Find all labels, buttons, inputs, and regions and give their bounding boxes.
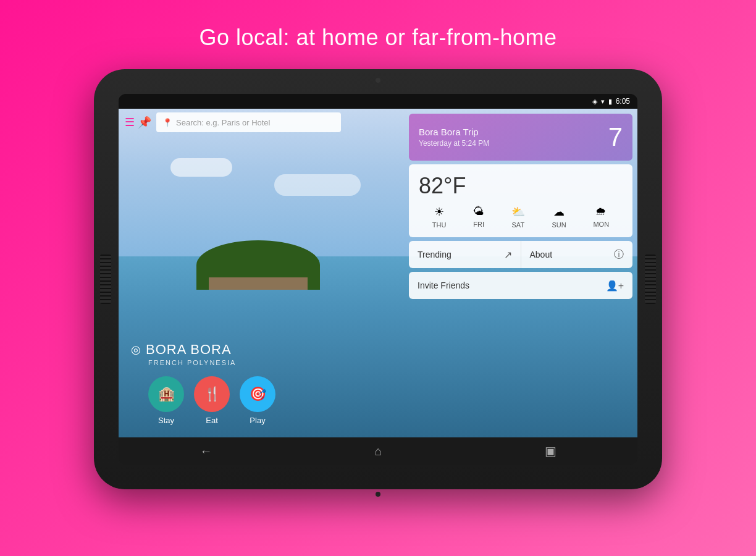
- eat-label: Eat: [206, 416, 218, 425]
- weather-days-row: ☀ THU 🌤 FRI ⛅ SAT ☁ SUN: [419, 205, 623, 229]
- trip-card[interactable]: Bora Bora Trip Yesterday at 5:24 PM 7: [409, 114, 632, 161]
- location-city: BORA BORA: [146, 342, 232, 358]
- left-panel: ☰ 📌 📍 Search: e.g. Paris or Hotel ◎ BORA…: [119, 109, 347, 437]
- battery-status-icon: ▮: [608, 98, 612, 106]
- sun-label: SUN: [552, 221, 566, 229]
- sat-label: SAT: [512, 221, 525, 229]
- trip-time: Yesterday at 5:24 PM: [419, 139, 489, 148]
- tablet-device: ◈ ▾ ▮ 6:05 ☰ 📌 📍 Se: [94, 69, 662, 489]
- weather-day-sun: ☁ SUN: [552, 205, 566, 229]
- location-info: ◎ BORA BORA FRENCH POLYNESIA 🏨 Stay 🍴 Ea…: [119, 136, 347, 437]
- menu-icon[interactable]: ☰ 📌: [125, 116, 151, 129]
- stay-action-button[interactable]: 🏨 Stay: [148, 376, 184, 425]
- fri-weather-icon: 🌤: [473, 205, 484, 218]
- thu-weather-icon: ☀: [434, 205, 444, 219]
- trip-info: Bora Bora Trip Yesterday at 5:24 PM: [419, 127, 489, 148]
- speaker-left: [100, 255, 111, 304]
- status-time: 6:05: [616, 97, 630, 106]
- tablet-bottom-indicator: [376, 492, 380, 497]
- fri-label: FRI: [473, 221, 484, 228]
- thu-label: THU: [432, 221, 447, 229]
- top-bar: ☰ 📌 📍 Search: e.g. Paris or Hotel: [119, 109, 347, 136]
- search-bar[interactable]: 📍 Search: e.g. Paris or Hotel: [156, 112, 341, 132]
- trending-label: Trending: [418, 250, 452, 259]
- weather-day-mon: 🌧 MON: [593, 205, 609, 229]
- page-headline: Go local: at home or far-from-home: [199, 25, 556, 51]
- eat-action-button[interactable]: 🍴 Eat: [194, 376, 230, 425]
- nav-bar: ← ⌂ ▣: [119, 437, 637, 465]
- right-panel: Bora Bora Trip Yesterday at 5:24 PM 7 82…: [409, 109, 637, 437]
- info-icon: ⓘ: [614, 248, 624, 261]
- recents-button[interactable]: ▣: [545, 444, 556, 458]
- app-screen: ☰ 📌 📍 Search: e.g. Paris or Hotel ◎ BORA…: [119, 109, 637, 437]
- sat-weather-icon: ⛅: [511, 205, 525, 219]
- action-buttons-row: 🏨 Stay 🍴 Eat 🎯 Play: [148, 376, 335, 425]
- sun-weather-icon: ☁: [553, 205, 565, 219]
- trip-title: Bora Bora Trip: [419, 127, 489, 137]
- play-label: Play: [250, 416, 265, 425]
- location-name-row: ◎ BORA BORA: [131, 342, 335, 358]
- speaker-right: [645, 255, 656, 304]
- eat-circle: 🍴: [194, 376, 230, 412]
- trending-section[interactable]: Trending ↗: [409, 241, 521, 268]
- stay-circle: 🏨: [148, 376, 184, 412]
- weather-day-thu: ☀ THU: [432, 205, 447, 229]
- weather-card: 82°F ☀ THU 🌤 FRI ⛅ SAT: [409, 164, 632, 237]
- search-placeholder: Search: e.g. Paris or Hotel: [176, 118, 270, 127]
- back-button[interactable]: ←: [200, 444, 212, 458]
- invite-friends-card[interactable]: Invite Friends 👤+: [409, 272, 632, 299]
- person-add-icon: 👤+: [606, 280, 624, 292]
- location-pin-icon: ◎: [131, 343, 141, 356]
- home-indicator-dot: [376, 492, 380, 497]
- play-circle: 🎯: [240, 376, 275, 412]
- about-section[interactable]: About ⓘ: [521, 241, 633, 268]
- play-action-button[interactable]: 🎯 Play: [240, 376, 275, 425]
- trending-icon: ↗: [504, 249, 512, 261]
- stay-label: Stay: [158, 416, 174, 425]
- weather-day-sat: ⛅ SAT: [511, 205, 525, 229]
- about-label: About: [530, 250, 553, 259]
- wifi-status-icon: ▾: [601, 98, 605, 106]
- screen-bezel: ◈ ▾ ▮ 6:05 ☰ 📌 📍 Se: [119, 94, 637, 465]
- weather-temperature: 82°F: [419, 173, 623, 199]
- trending-about-card: Trending ↗ About ⓘ: [409, 241, 632, 268]
- mon-weather-icon: 🌧: [595, 205, 607, 218]
- status-bar: ◈ ▾ ▮ 6:05: [119, 94, 637, 109]
- search-pin-icon: 📍: [162, 118, 172, 127]
- location-country: FRENCH POLYNESIA: [148, 359, 335, 366]
- location-status-icon: ◈: [592, 98, 597, 106]
- weather-day-fri: 🌤 FRI: [473, 205, 484, 229]
- mon-label: MON: [593, 221, 609, 228]
- home-button[interactable]: ⌂: [374, 444, 382, 458]
- trip-count: 7: [608, 122, 623, 152]
- invite-label: Invite Friends: [418, 280, 469, 290]
